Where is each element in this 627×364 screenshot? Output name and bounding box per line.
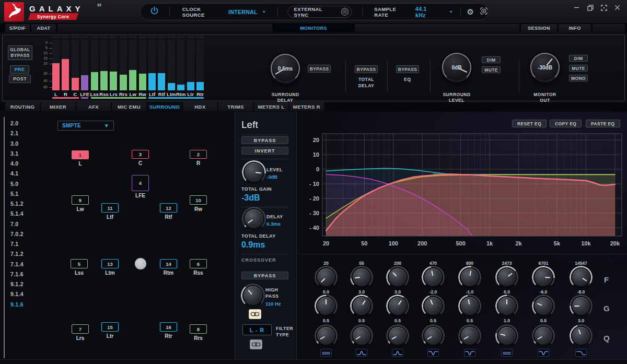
- band-3-q-knob[interactable]: [389, 327, 407, 345]
- sidebar-item-5.1[interactable]: 5.1: [10, 191, 19, 197]
- speaker-box-Rss[interactable]: 6: [190, 259, 207, 268]
- sidebar-item-9.1.4[interactable]: 9.1.4: [10, 291, 24, 297]
- tab-hdx[interactable]: HDX: [183, 102, 217, 111]
- sidebar-item-2.1[interactable]: 2.1: [10, 130, 19, 136]
- sidebar-item-9.1.2[interactable]: 9.1.2: [10, 281, 24, 287]
- band-8-freq-knob[interactable]: [572, 268, 590, 286]
- band-7-gain-knob[interactable]: [535, 297, 552, 315]
- monitor-out-mono-button[interactable]: MONO: [569, 75, 588, 81]
- sidebar-item-5.1.2[interactable]: 5.1.2: [10, 201, 24, 207]
- tab-trims[interactable]: TRIMS: [218, 102, 253, 111]
- filter-type-value[interactable]: L - R: [242, 324, 272, 335]
- clock-source-value[interactable]: INTERNAL: [228, 9, 257, 15]
- eq-bypass-button[interactable]: BYPASS: [396, 65, 419, 73]
- band-2-q-knob[interactable]: [353, 327, 370, 345]
- crossover-bypass-button[interactable]: BYPASS: [241, 272, 288, 279]
- sidebar-item-7.1.4[interactable]: 7.1.4: [10, 261, 24, 267]
- band-4-filter-shape-bell-down-icon[interactable]: [427, 349, 439, 357]
- band-3-gain-knob[interactable]: [389, 297, 407, 315]
- tab-meters-r[interactable]: METERS R: [289, 102, 324, 111]
- band-8-filter-shape-lowpass-icon[interactable]: [575, 349, 587, 357]
- speaker-box-L[interactable]: 1: [72, 150, 89, 159]
- speaker-box-C[interactable]: 3: [132, 150, 149, 159]
- speaker-box-Ltm[interactable]: 13: [101, 259, 119, 268]
- sidebar-item-4.0[interactable]: 4.0: [10, 160, 19, 167]
- band-3-freq-knob[interactable]: [389, 268, 407, 286]
- sidebar-item-9.1.6[interactable]: 9.1.6: [10, 301, 24, 308]
- speaker-box-Rtm[interactable]: 14: [160, 259, 177, 268]
- power-button[interactable]: [150, 6, 164, 17]
- band-5-freq-knob[interactable]: [461, 268, 479, 286]
- band-2-freq-knob[interactable]: [353, 268, 370, 286]
- tab-monitors[interactable]: MONITORS: [274, 24, 353, 32]
- sidebar-item-4.1[interactable]: 4.1: [10, 170, 19, 177]
- delay-knob[interactable]: [245, 209, 263, 228]
- eq-response-graph[interactable]: 20501002005001k2k5k10k20k20100- 10- 20- …: [306, 133, 625, 250]
- band-5-filter-shape-bell-down-icon[interactable]: [464, 349, 475, 357]
- tab-info[interactable]: INFO: [559, 24, 591, 32]
- band-1-freq-knob[interactable]: [317, 268, 335, 286]
- speaker-box-R[interactable]: 2: [190, 150, 207, 159]
- highpass-link-button[interactable]: [249, 309, 261, 319]
- sidebar-item-7.1.6[interactable]: 7.1.6: [10, 271, 24, 277]
- total-delay-bypass-button[interactable]: BYPASS: [355, 65, 378, 73]
- layout-standard-select[interactable]: SMPTE ▼: [57, 121, 114, 131]
- speaker-box-Rtf[interactable]: 12: [160, 203, 177, 213]
- band-6-freq-knob[interactable]: [498, 268, 516, 286]
- band-6-q-knob[interactable]: [498, 327, 516, 345]
- band-2-filter-shape-bell-up-icon[interactable]: [356, 349, 367, 357]
- band-7-freq-knob[interactable]: [535, 268, 552, 286]
- listener-position[interactable]: [135, 258, 146, 269]
- speaker-box-Rrs[interactable]: 8: [190, 324, 207, 334]
- external-sync-button[interactable]: EXTERNAL SYNC: [287, 6, 352, 18]
- sidebar-item-2.0[interactable]: 2.0: [10, 120, 19, 126]
- speaker-box-Lw[interactable]: 9: [72, 195, 89, 205]
- restore-button[interactable]: [587, 4, 594, 11]
- band-1-q-knob[interactable]: [317, 327, 335, 345]
- speaker-box-Ltf[interactable]: 11: [101, 203, 119, 213]
- monitor-out-mute-button[interactable]: MUTE: [569, 65, 588, 72]
- surround-level-mute-button[interactable]: MUTE: [482, 66, 501, 73]
- speaker-box-Ltr[interactable]: 15: [101, 322, 119, 332]
- monitor-out-knob[interactable]: -30dB: [530, 53, 560, 82]
- tab-routing[interactable]: ROUTING: [5, 102, 40, 111]
- band-5-q-knob[interactable]: [461, 327, 479, 345]
- speaker-box-Rw[interactable]: 10: [190, 195, 207, 205]
- channel-bypass-button[interactable]: BYPASS: [241, 136, 288, 144]
- sidebar-item-3.1[interactable]: 3.1: [10, 150, 19, 157]
- speaker-box-LFE[interactable]: 4: [132, 175, 149, 191]
- band-6-filter-shape-flat-icon[interactable]: [501, 349, 513, 357]
- sidebar-item-7.0[interactable]: 7.0: [10, 221, 19, 227]
- chevron-down-icon[interactable]: ▼: [449, 10, 453, 14]
- tab-mixer[interactable]: MIXER: [41, 102, 75, 111]
- global-bypass-button[interactable]: GLOBALBYPASS: [8, 45, 32, 60]
- tab-afx[interactable]: AFX: [76, 102, 111, 111]
- speaker-box-Rtr[interactable]: 16: [160, 322, 177, 332]
- band-4-gain-knob[interactable]: [424, 297, 442, 315]
- band-6-gain-knob[interactable]: [498, 297, 516, 315]
- copy-eq-button[interactable]: COPY EQ: [550, 120, 582, 127]
- tab-surround[interactable]: SURROUND: [147, 102, 182, 111]
- band-8-gain-knob[interactable]: [572, 297, 590, 315]
- tab-mic-emu[interactable]: MIC EMU: [112, 102, 146, 111]
- pre-button[interactable]: PRE: [10, 65, 29, 74]
- sidebar-item-5.0[interactable]: 5.0: [10, 181, 19, 187]
- band-1-filter-shape-flat-icon[interactable]: [320, 349, 332, 357]
- channel-invert-button[interactable]: INVERT: [241, 147, 288, 155]
- monitor-out-dim-button[interactable]: DIM: [569, 55, 588, 62]
- fullscreen-button[interactable]: [600, 4, 607, 11]
- sidebar-item-3.0[interactable]: 3.0: [10, 140, 19, 147]
- tab-meters-l[interactable]: METERS L: [254, 102, 288, 111]
- band-4-freq-knob[interactable]: [424, 268, 442, 286]
- sidebar-item-7.1[interactable]: 7.1: [10, 241, 19, 247]
- band-1-gain-knob[interactable]: [317, 297, 335, 315]
- band-7-filter-shape-bell-down-icon[interactable]: [538, 349, 549, 357]
- sample-rate-value[interactable]: 44.1 kHz: [415, 6, 438, 18]
- band-4-q-knob[interactable]: [424, 327, 442, 345]
- tab-adat[interactable]: ADAT: [31, 24, 56, 32]
- sidebar-item-7.0.2[interactable]: 7.0.2: [10, 231, 24, 237]
- settings-gear-icon[interactable]: ⚙: [467, 7, 474, 17]
- band-2-gain-knob[interactable]: [353, 297, 370, 315]
- minimize-button[interactable]: [573, 4, 580, 11]
- monitor-eye-icon[interactable]: [479, 6, 489, 18]
